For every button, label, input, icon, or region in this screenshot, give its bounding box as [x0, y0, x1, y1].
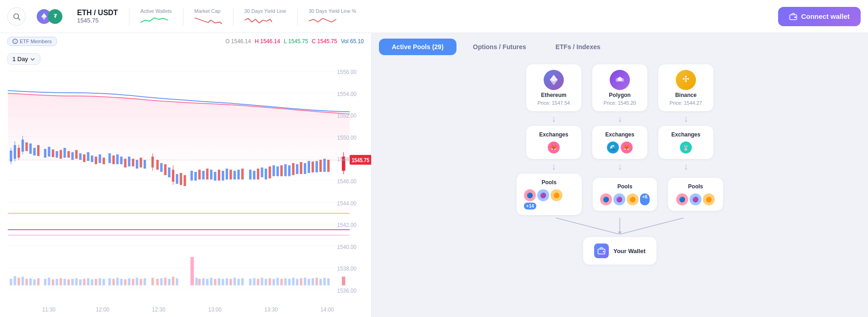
svg-text:1545.75: 1545.75 — [351, 157, 369, 163]
timeframe-select[interactable]: 1 Day — [7, 53, 40, 65]
svg-rect-152 — [237, 279, 239, 285]
stat-yield-line-label: 30 Days Yield Line — [245, 8, 286, 14]
svg-rect-105 — [33, 279, 35, 285]
svg-rect-114 — [71, 279, 73, 285]
ohlc-vol: Vol 65.10 — [341, 38, 364, 45]
pair-price: 1545.75 — [77, 17, 118, 24]
svg-line-1 — [18, 18, 20, 20]
svg-rect-34 — [79, 153, 81, 160]
pair-info: ETH / USDT 1545.75 — [77, 9, 118, 24]
svg-rect-166 — [296, 279, 298, 285]
exchange-card-poly: Exchanges 🌊 🦊 — [592, 126, 647, 159]
svg-rect-73 — [234, 171, 236, 180]
divider-1 — [129, 7, 129, 26]
exchange-eth-label: Exchanges — [539, 131, 568, 138]
polygon-price: Price: 1545.20 — [604, 100, 636, 106]
exchange-poly-label: Exchanges — [605, 131, 634, 138]
exchange-bnb-icons: 🐰 — [680, 142, 692, 153]
svg-rect-80 — [265, 169, 267, 180]
svg-rect-104 — [29, 278, 32, 285]
tabs-bar: Active Pools (29) Options / Futures ETFs… — [372, 33, 868, 61]
svg-rect-118 — [87, 278, 89, 285]
tab-active-pools[interactable]: Active Pools (29) — [379, 39, 456, 55]
arrow-down-eth: ↓ — [551, 114, 556, 123]
binance-label: Binance — [675, 92, 697, 98]
pools-poly-badge: +6 — [640, 193, 650, 205]
svg-rect-168 — [304, 277, 306, 285]
svg-rect-167 — [300, 278, 302, 285]
svg-text:1556.00: 1556.00 — [337, 69, 356, 76]
svg-rect-119 — [91, 279, 93, 285]
arrow-down-ex3: ↓ — [684, 162, 688, 171]
svg-rect-120 — [95, 279, 97, 285]
svg-rect-69 — [218, 170, 220, 181]
ohlc-l: L 1545.75 — [284, 38, 308, 45]
svg-rect-78 — [257, 169, 259, 180]
svg-rect-141 — [195, 277, 198, 285]
svg-rect-48 — [136, 160, 138, 169]
svg-rect-46 — [128, 157, 130, 166]
svg-rect-33 — [75, 150, 78, 159]
pool-icon-5: 🟣 — [613, 193, 625, 205]
svg-rect-149 — [226, 278, 228, 285]
svg-rect-91 — [308, 161, 310, 173]
svg-rect-157 — [261, 277, 263, 285]
pool-icon-3: 🟠 — [551, 189, 562, 201]
svg-rect-139 — [176, 278, 178, 285]
stat-yield-pct: 30 Days Yield Line % — [309, 8, 356, 25]
stat-market-cap: Market Cap — [195, 8, 222, 25]
search-button[interactable] — [7, 7, 26, 26]
tab-etfs-indexes[interactable]: ETFs / Indexes — [543, 39, 613, 55]
etf-badge: i ETF Members — [7, 37, 57, 46]
svg-rect-159 — [268, 278, 271, 285]
pool-bnb-icons: 🔵 🟣 🟠 — [676, 193, 715, 205]
svg-rect-24 — [37, 145, 39, 156]
svg-rect-62 — [190, 171, 193, 181]
svg-rect-111 — [60, 278, 62, 285]
svg-rect-39 — [99, 154, 101, 163]
stat-yield-pct-label: 30 Days Yield Line % — [309, 8, 356, 14]
svg-rect-56 — [168, 168, 170, 177]
exchange-card-bnb: Exchanges 🐰 — [658, 126, 713, 159]
tab-options-futures[interactable]: Options / Futures — [460, 39, 539, 55]
svg-rect-127 — [124, 279, 126, 285]
ohlc-h: H 1546.14 — [255, 38, 280, 45]
svg-line-198 — [556, 218, 620, 234]
usdt-logo-circle: ₮ — [48, 9, 62, 24]
yield-pct-sparkline — [309, 16, 336, 25]
svg-point-203 — [603, 251, 604, 252]
svg-rect-112 — [63, 279, 66, 285]
svg-rect-75 — [241, 169, 244, 180]
exchange-bnb-label: Exchanges — [671, 131, 700, 138]
svg-rect-146 — [214, 279, 216, 285]
svg-rect-64 — [198, 170, 200, 179]
svg-rect-132 — [144, 278, 146, 285]
svg-rect-60 — [180, 173, 182, 185]
chart-header: i ETF Members O 1546.14 H 1546.14 L 1545… — [0, 33, 371, 50]
chain-card-ethereum: Ethereum Price: 1547.54 — [526, 64, 581, 111]
svg-rect-147 — [218, 278, 220, 285]
svg-rect-89 — [300, 162, 302, 174]
wallet-row: Your Wallet — [583, 237, 657, 265]
connect-wallet-button[interactable]: Connect wallet — [778, 7, 861, 26]
pair-logo: ₮ — [37, 9, 62, 24]
svg-text:13:00: 13:00 — [208, 306, 222, 313]
svg-rect-95 — [323, 159, 326, 172]
etf-badge-label: ETF Members — [20, 39, 52, 44]
svg-rect-172 — [319, 279, 322, 285]
svg-rect-151 — [234, 277, 236, 285]
svg-rect-122 — [103, 279, 105, 285]
svg-rect-142 — [198, 279, 200, 285]
svg-rect-71 — [226, 169, 228, 180]
svg-rect-55 — [164, 164, 167, 175]
svg-rect-44 — [120, 157, 122, 164]
divider-4 — [297, 7, 298, 26]
svg-rect-103 — [25, 279, 28, 285]
wallet-card-icon — [594, 243, 609, 258]
svg-rect-169 — [308, 279, 310, 285]
svg-rect-26 — [48, 147, 50, 156]
svg-rect-164 — [288, 279, 290, 285]
converge-arrows — [523, 218, 716, 234]
wallet-card-label: Your Wallet — [613, 248, 645, 255]
svg-rect-87 — [292, 163, 295, 175]
